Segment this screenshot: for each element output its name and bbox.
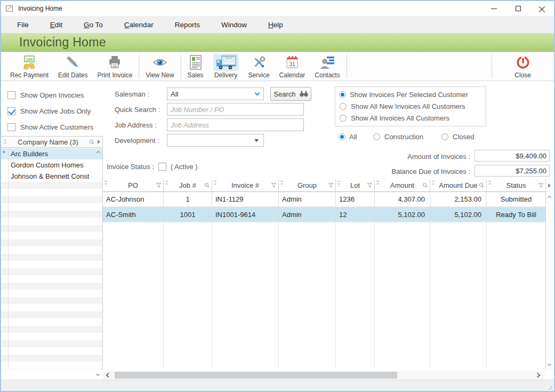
expand-arrow-icon[interactable]: [98, 140, 100, 144]
grid-vertical-scrollbar[interactable]: [545, 179, 553, 370]
search-column-icon[interactable]: [422, 182, 428, 188]
maximize-button[interactable]: [506, 1, 530, 16]
minimize-icon: [491, 9, 497, 9]
maximize-icon: [516, 6, 521, 11]
salesman-dropdown[interactable]: All: [167, 87, 264, 100]
salesman-value: All: [171, 90, 255, 98]
status-bar: [1, 380, 554, 391]
grid-col-amount-due[interactable]: Amount Due: [430, 179, 487, 191]
menu-file[interactable]: File: [10, 18, 36, 32]
close-button[interactable]: Close: [510, 52, 536, 80]
binoculars-icon: [300, 91, 308, 97]
search-column-icon[interactable]: [479, 182, 485, 188]
delivery-button[interactable]: Delivery: [208, 52, 244, 80]
company-row-johnson-bennett[interactable]: Johnson & Bennett Const: [1, 171, 102, 182]
show-active-jobs-checkbox[interactable]: [7, 107, 15, 115]
show-all-new-invoices-option[interactable]: Show All New Invoices All Customers: [340, 102, 486, 110]
invoice-status-checkbox[interactable]: [158, 163, 166, 171]
filter-icon[interactable]: [156, 182, 162, 188]
grid-col-job[interactable]: Job #: [164, 179, 212, 191]
grid-col-status[interactable]: Status: [487, 179, 545, 191]
development-label: Development :: [115, 137, 159, 145]
radio-icon[interactable]: [340, 103, 347, 110]
show-open-invoices-checkbox[interactable]: [7, 91, 15, 99]
salesman-label: Salesman :: [115, 90, 149, 98]
show-open-invoices-option[interactable]: Show Open Invocies: [7, 91, 84, 99]
filter-icon[interactable]: [271, 182, 277, 188]
scope-construction-option[interactable]: Construction: [373, 133, 423, 141]
menu-reports[interactable]: Reports: [167, 18, 207, 32]
company-row-gordon-custom-homes[interactable]: Gordon Custom Homes: [1, 159, 102, 171]
sales-button[interactable]: Sales: [183, 52, 208, 80]
scope-closed-option[interactable]: Closed: [441, 133, 474, 141]
minimize-button[interactable]: [482, 1, 506, 16]
grid-col-po[interactable]: PO: [103, 179, 164, 191]
show-active-customers-checkbox[interactable]: [7, 123, 15, 131]
menubar: File Edit Go To Calendar Reports Window …: [1, 16, 554, 33]
show-active-jobs-option[interactable]: Show Active Jobs Only: [7, 107, 91, 115]
filter-icon[interactable]: [367, 182, 373, 188]
scrollbar-thumb[interactable]: [115, 372, 397, 379]
grid-col-invoice[interactable]: Invoice #: [212, 179, 279, 191]
print-invoice-button[interactable]: Print Invoice: [92, 52, 137, 80]
job-address-label: Job Address :: [115, 121, 157, 129]
view-new-button[interactable]: View New: [141, 52, 179, 80]
quick-search-input[interactable]: [167, 103, 304, 116]
grid-col-amount[interactable]: Amount: [375, 179, 430, 191]
power-close-icon: [516, 54, 530, 71]
radio-icon[interactable]: [441, 133, 448, 140]
invoice-row-2-selected[interactable]: AC-Smith 1001 IN1001-9614 Admin 12 5,102…: [103, 207, 545, 222]
eye-icon: [152, 54, 168, 71]
scroll-left-icon[interactable]: [106, 373, 111, 378]
app-window: Invoicing Home File Edit Go To Calendar …: [0, 0, 555, 392]
printer-icon: [107, 54, 123, 71]
page-title: Invoicing Home: [19, 35, 106, 50]
grid-horizontal-scrollbar[interactable]: [103, 371, 553, 380]
contacts-button[interactable]: Contacts: [310, 52, 344, 80]
radio-selected-icon[interactable]: [340, 92, 345, 98]
menu-edit[interactable]: Edit: [43, 18, 70, 32]
grid-col-group[interactable]: Group: [279, 179, 336, 191]
column-chooser-arrow-icon[interactable]: [548, 183, 551, 188]
show-active-customers-option[interactable]: Show Active Customers: [7, 123, 93, 131]
search-column-icon[interactable]: [89, 139, 95, 145]
company-list-scroll-down-icon[interactable]: [96, 372, 100, 376]
scroll-down-icon[interactable]: [548, 362, 551, 366]
job-address-input[interactable]: [167, 118, 304, 131]
balance-due-label: Balance Due of Invoices :: [341, 167, 470, 175]
invoice-status-filter: Invoice Status : ( Active ): [107, 163, 197, 171]
menu-help[interactable]: Help: [261, 18, 291, 32]
grid-col-lot[interactable]: Lot: [336, 179, 375, 191]
filter-icon[interactable]: [538, 182, 544, 188]
window-title: Invoicing Home: [18, 5, 62, 12]
scope-all-option[interactable]: All: [339, 133, 357, 141]
company-list-header[interactable]: Company Name (3): [1, 136, 103, 148]
menu-go-to[interactable]: Go To: [76, 18, 110, 32]
service-button[interactable]: Service: [244, 52, 275, 80]
close-window-button[interactable]: [530, 1, 554, 16]
calendar-button[interactable]: 31 Calendar: [275, 52, 310, 80]
delivery-truck-icon: [213, 54, 239, 71]
rec-payment-button[interactable]: 100 Rec Payment: [5, 52, 53, 80]
resize-grip[interactable]: [547, 385, 552, 389]
show-all-invoices-option[interactable]: Show All Invoices All Customers: [340, 114, 486, 122]
filter-icon[interactable]: [328, 182, 334, 188]
company-list-header-label: Company Name (3): [7, 138, 89, 146]
search-button[interactable]: Search: [270, 87, 311, 101]
selected-row-marker: *: [3, 150, 5, 156]
invoice-row-1[interactable]: AC-Johnson 1 IN1-1129 Admin 1236 4,307.0…: [103, 192, 545, 207]
scroll-right-icon[interactable]: [535, 373, 541, 378]
menu-window[interactable]: Window: [214, 18, 254, 32]
edit-dates-button[interactable]: Edit Dates: [53, 52, 92, 80]
menu-calendar[interactable]: Calendar: [117, 18, 161, 32]
scroll-up-icon[interactable]: [548, 196, 551, 199]
radio-icon[interactable]: [340, 115, 347, 122]
development-dropdown[interactable]: [167, 134, 264, 147]
radio-selected-icon[interactable]: [339, 134, 345, 140]
company-row-arc-builders[interactable]: * Arc Builders: [1, 148, 102, 159]
grid-header-row: PO Job # Invoice # Group Lot Amount Amou…: [103, 179, 545, 192]
toolbar-separator: [347, 54, 347, 78]
radio-icon[interactable]: [373, 133, 380, 140]
show-invoices-per-selected-customer-option[interactable]: Show Invoices Per Selected Customer: [340, 91, 486, 99]
search-column-icon[interactable]: [204, 182, 210, 188]
